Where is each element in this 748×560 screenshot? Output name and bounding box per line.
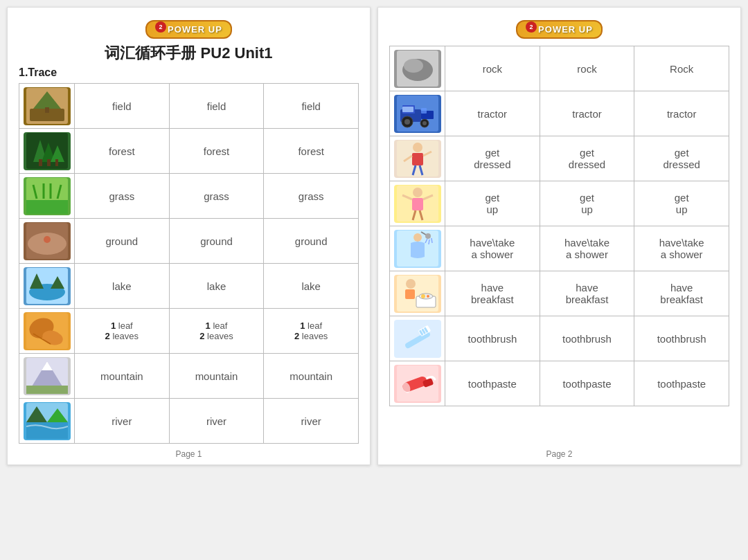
word-lake-1: lake [75, 264, 170, 309]
word-tractor-3: tractor [634, 91, 729, 136]
svg-line-69 [431, 238, 432, 243]
icon-shower [394, 230, 441, 268]
image-cell-river [19, 399, 75, 444]
icon-getup [394, 185, 441, 223]
table-row: river river river [19, 399, 359, 444]
logo-2: 2 POWER UP [516, 20, 603, 39]
word-leaf-2: 1 leaf2 leaves [169, 309, 264, 354]
word-breakfast-2: havebreakfast [540, 271, 634, 316]
svg-point-50 [413, 143, 422, 152]
image-cell-getup [390, 181, 445, 226]
word-river-3: river [264, 399, 359, 444]
table-row: forest forest forest [19, 129, 359, 174]
word-breakfast-3: havebreakfast [634, 271, 729, 316]
word-shower-1: have\takea shower [445, 226, 540, 271]
svg-point-46 [422, 121, 427, 125]
table-row: ground ground ground [19, 219, 359, 264]
word-river-1: river [75, 399, 170, 444]
icon-toothbrush [394, 320, 441, 358]
logo-badge-1: 2 [155, 21, 166, 33]
table-row: getdressed getdressed getdressed [390, 136, 729, 181]
icon-mountain [24, 357, 71, 395]
word-lake-3: lake [264, 264, 359, 309]
icon-tractor [394, 95, 441, 133]
image-cell-rock [390, 46, 445, 91]
word-rock-2: rock [540, 46, 634, 91]
image-cell-shower [390, 226, 445, 271]
svg-point-19 [44, 236, 51, 243]
word-toothpaste-1: toothpaste [445, 361, 540, 406]
page-2: 2 POWER UP rock rock Rock [377, 7, 741, 465]
word-forest-1: forest [75, 129, 170, 174]
table-row: toothbrush toothbrush toothbrush [390, 316, 729, 361]
word-getup-2: getup [540, 181, 634, 226]
word-toothbrush-2: toothbrush [540, 316, 634, 361]
icon-rock [394, 50, 441, 88]
table-row: havebreakfast havebreakfast havebreakfas… [390, 271, 729, 316]
svg-point-38 [404, 59, 423, 73]
logo-text-2: POWER UP [538, 24, 593, 35]
image-cell-tractor [390, 91, 445, 136]
word-shower-3: have\takea shower [634, 226, 729, 271]
icon-grass [24, 177, 71, 215]
svg-rect-58 [412, 198, 423, 210]
image-cell-getdressed [390, 136, 445, 181]
image-cell-mountain [19, 354, 75, 399]
icon-lake [24, 267, 71, 305]
svg-line-68 [429, 240, 429, 244]
icon-ground [24, 222, 71, 260]
icon-breakfast [394, 275, 441, 313]
svg-rect-9 [47, 159, 51, 166]
icon-field [24, 87, 71, 125]
word-river-2: river [169, 399, 264, 444]
word-grass-3: grass [264, 174, 359, 219]
icon-forest [24, 132, 71, 170]
table-row: lake lake lake [19, 264, 359, 309]
word-field-3: field [264, 84, 359, 129]
table-row: toothpaste toothpaste toothpaste [390, 361, 729, 406]
table-row: field field field [19, 84, 359, 129]
word-mountain-1: mountain [75, 354, 170, 399]
svg-rect-51 [412, 153, 423, 165]
word-tractor-1: tractor [445, 91, 540, 136]
word-ground-2: ground [169, 219, 264, 264]
icon-leaf [24, 312, 71, 350]
table-row: tractor tractor tractor [390, 91, 729, 136]
word-getup-3: getup [634, 181, 729, 226]
icon-toothpaste [394, 365, 441, 403]
vocab-table-1: field field field [19, 83, 359, 444]
svg-rect-10 [55, 159, 58, 166]
word-lake-2: lake [169, 264, 264, 309]
word-getup-1: getup [445, 181, 540, 226]
logo-container-2: 2 POWER UP [389, 20, 729, 39]
icon-getdressed [394, 140, 441, 178]
word-field-2: field [169, 84, 264, 129]
word-getdressed-3: getdressed [634, 136, 729, 181]
word-getdressed-2: getdressed [540, 136, 634, 181]
image-cell-toothbrush [390, 316, 445, 361]
svg-point-66 [425, 233, 431, 239]
word-breakfast-1: havebreakfast [445, 271, 540, 316]
word-toothpaste-3: toothpaste [634, 361, 729, 406]
image-cell-ground [19, 219, 75, 264]
logo-text-1: POWER UP [168, 24, 222, 35]
word-ground-3: ground [264, 219, 359, 264]
image-cell-leaf [19, 309, 75, 354]
page-number-2: Page 2 [546, 449, 572, 459]
section-label: 1.Trace [19, 66, 359, 79]
table-row: getup getup getup [390, 181, 729, 226]
svg-point-57 [413, 188, 422, 197]
page-1: 2 POWER UP 词汇循环手册 PU2 Unit1 1.Trace [7, 7, 371, 465]
page-title: 词汇循环手册 PU2 Unit1 [19, 43, 359, 64]
word-rock-1: rock [445, 46, 540, 91]
vocab-table-2: rock rock Rock [389, 46, 729, 406]
word-field-1: field [75, 84, 170, 129]
word-toothbrush-3: toothbrush [634, 316, 729, 361]
table-row: 1 leaf2 leaves 1 leaf2 leaves 1 leaf2 le… [19, 309, 359, 354]
icon-river [24, 402, 71, 440]
svg-rect-3 [45, 107, 49, 113]
word-shower-2: have\takea shower [540, 226, 634, 271]
logo-badge-2: 2 [526, 21, 537, 33]
image-cell-toothpaste [390, 361, 445, 406]
table-row: grass grass grass [19, 174, 359, 219]
